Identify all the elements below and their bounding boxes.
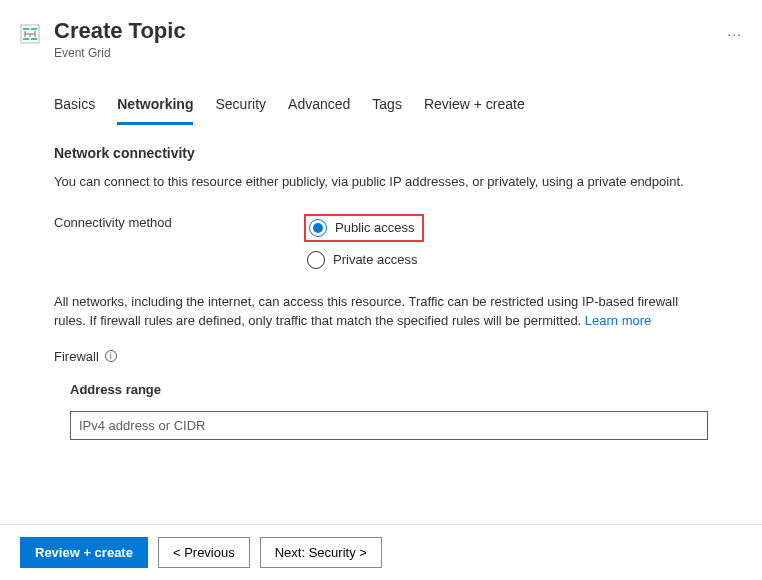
radio-checked-icon <box>309 219 327 237</box>
public-access-radio[interactable]: Public access <box>304 214 424 242</box>
tab-basics[interactable]: Basics <box>54 90 95 125</box>
svg-rect-1 <box>23 28 29 30</box>
wizard-footer: Review + create < Previous Next: Securit… <box>0 524 762 580</box>
tab-networking[interactable]: Networking <box>117 90 193 125</box>
connectivity-radio-group: Public access Private access <box>304 214 424 272</box>
page-header: Create Topic Event Grid ··· <box>0 0 762 60</box>
next-button[interactable]: Next: Security > <box>260 537 382 568</box>
page-title: Create Topic <box>54 18 711 44</box>
previous-button[interactable]: < Previous <box>158 537 250 568</box>
tab-tags[interactable]: Tags <box>372 90 402 125</box>
svg-rect-2 <box>31 28 37 30</box>
network-connectivity-desc: You can connect to this resource either … <box>54 173 708 191</box>
firewall-title: Firewall <box>54 349 99 364</box>
info-icon[interactable]: i <box>105 350 117 362</box>
access-info-text: All networks, including the internet, ca… <box>54 292 708 331</box>
tab-review-create[interactable]: Review + create <box>424 90 525 125</box>
review-create-button[interactable]: Review + create <box>20 537 148 568</box>
svg-rect-3 <box>23 38 29 40</box>
more-actions-button[interactable]: ··· <box>727 26 742 42</box>
address-range-label: Address range <box>70 382 708 397</box>
private-access-label: Private access <box>333 252 418 267</box>
firewall-section: Address range <box>54 382 708 440</box>
content-area: Basics Networking Security Advanced Tags… <box>0 60 762 439</box>
connectivity-label: Connectivity method <box>54 214 304 230</box>
event-grid-icon <box>20 24 40 44</box>
tabs-nav: Basics Networking Security Advanced Tags… <box>54 90 708 125</box>
radio-unchecked-icon <box>307 251 325 269</box>
private-access-radio[interactable]: Private access <box>304 248 424 272</box>
network-connectivity-title: Network connectivity <box>54 145 708 161</box>
learn-more-link[interactable]: Learn more <box>585 313 651 328</box>
page-subtitle: Event Grid <box>54 46 711 60</box>
tab-advanced[interactable]: Advanced <box>288 90 350 125</box>
public-access-label: Public access <box>335 220 414 235</box>
svg-rect-4 <box>31 38 37 40</box>
firewall-header: Firewall i <box>54 349 708 364</box>
connectivity-row: Connectivity method Public access Privat… <box>54 214 708 272</box>
address-range-input[interactable] <box>70 411 708 440</box>
tab-security[interactable]: Security <box>215 90 266 125</box>
